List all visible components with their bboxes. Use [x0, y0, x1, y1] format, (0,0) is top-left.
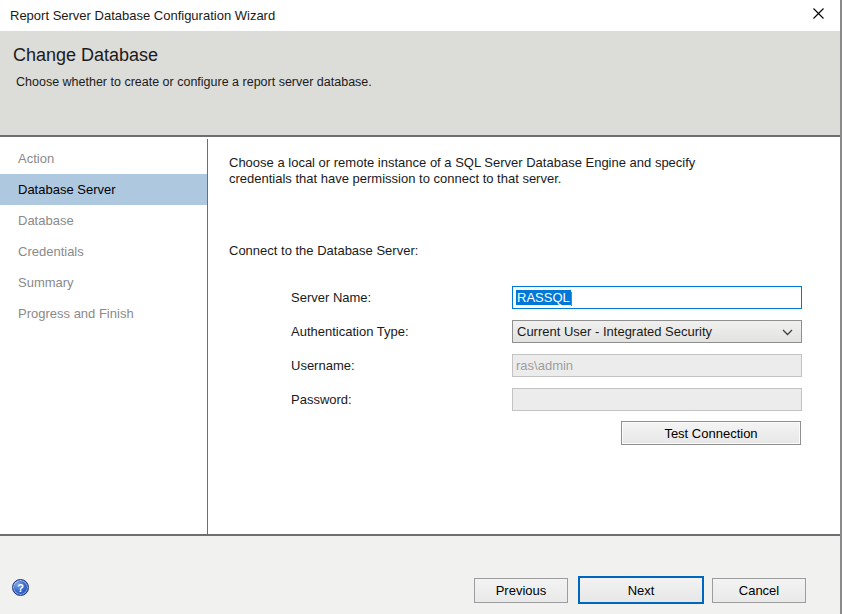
- username-input: ras\admin: [512, 354, 802, 377]
- next-button[interactable]: Next: [578, 576, 704, 604]
- auth-type-dropdown[interactable]: Current User - Integrated Security: [512, 320, 802, 343]
- username-label: Username:: [291, 358, 355, 373]
- step-action: Action: [0, 143, 207, 174]
- chevron-down-icon: [782, 322, 793, 342]
- wizard-steps-sidebar: Action Database Server Database Credenti…: [0, 139, 208, 534]
- step-summary: Summary: [0, 267, 207, 298]
- cancel-button[interactable]: Cancel: [712, 578, 806, 603]
- wizard-dialog: Report Server Database Configuration Wiz…: [0, 0, 842, 614]
- auth-type-value: Current User - Integrated Security: [516, 322, 712, 342]
- title-bar: Report Server Database Configuration Wiz…: [0, 0, 840, 31]
- page-subtitle: Choose whether to create or configure a …: [16, 75, 372, 89]
- step-database: Database: [0, 205, 207, 236]
- step-description-line2: credentials that have permission to conn…: [229, 171, 814, 187]
- password-label: Password:: [291, 392, 352, 407]
- window-title: Report Server Database Configuration Wiz…: [10, 8, 275, 23]
- main-panel: Choose a local or remote instance of a S…: [209, 139, 840, 534]
- connect-section-label: Connect to the Database Server:: [229, 243, 418, 258]
- step-description: Choose a local or remote instance of a S…: [229, 155, 814, 186]
- server-name-value: RASSQL: [516, 290, 571, 305]
- password-input: [512, 388, 802, 411]
- auth-type-label: Authentication Type:: [291, 324, 409, 339]
- text-caret: [571, 292, 572, 306]
- wizard-header: Change Database Choose whether to create…: [0, 31, 840, 137]
- server-name-label: Server Name:: [291, 290, 371, 305]
- step-credentials: Credentials: [0, 236, 207, 267]
- username-value: ras\admin: [516, 358, 573, 373]
- step-database-server: Database Server: [0, 174, 207, 205]
- close-icon: [812, 7, 825, 23]
- footer-bar: ? Previous Next Cancel: [0, 534, 840, 614]
- page-title: Change Database: [13, 45, 158, 66]
- step-progress-and-finish: Progress and Finish: [0, 298, 207, 329]
- close-button[interactable]: [804, 2, 832, 28]
- help-icon[interactable]: ?: [12, 579, 29, 596]
- previous-button[interactable]: Previous: [474, 578, 568, 603]
- step-description-line1: Choose a local or remote instance of a S…: [229, 155, 814, 171]
- server-name-input[interactable]: RASSQL: [512, 286, 802, 309]
- test-connection-button[interactable]: Test Connection: [621, 421, 801, 445]
